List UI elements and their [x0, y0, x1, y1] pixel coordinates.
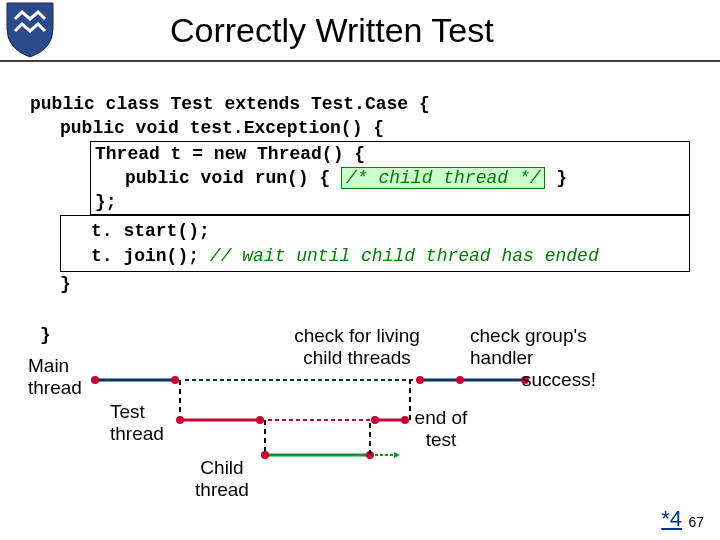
svg-point-6 [456, 376, 464, 384]
main-thread-label: Main thread [28, 355, 88, 399]
end-label: end of test [406, 407, 476, 451]
outer-code-box: t. start(); t. join(); // wait until chi… [60, 215, 690, 272]
svg-marker-23 [394, 452, 400, 458]
footnote-link[interactable]: *4 [661, 506, 682, 532]
code-block: public class Test extends Test.Case { pu… [0, 62, 720, 296]
child-thread-label: Child thread [192, 457, 252, 501]
group-label: check group's handler [470, 325, 640, 369]
svg-point-4 [171, 376, 179, 384]
shield-logo-icon [0, 0, 60, 60]
svg-point-20 [261, 451, 269, 459]
svg-point-3 [91, 376, 99, 384]
inner-code-box: Thread t = new Thread() { public void ru… [90, 141, 690, 216]
slide-header: Correctly Written Test [0, 0, 720, 62]
page-number: 67 [688, 514, 704, 530]
slide-title: Correctly Written Test [170, 11, 494, 50]
check-label: check for living child threads [282, 325, 432, 369]
thread-diagram: } Main thread Test thread Child thread c… [0, 325, 720, 535]
svg-point-12 [176, 416, 184, 424]
svg-point-13 [256, 416, 264, 424]
svg-point-14 [371, 416, 379, 424]
close-brace: } [40, 325, 51, 346]
success-label: success! [522, 369, 596, 391]
svg-point-5 [416, 376, 424, 384]
test-thread-label: Test thread [110, 401, 170, 445]
